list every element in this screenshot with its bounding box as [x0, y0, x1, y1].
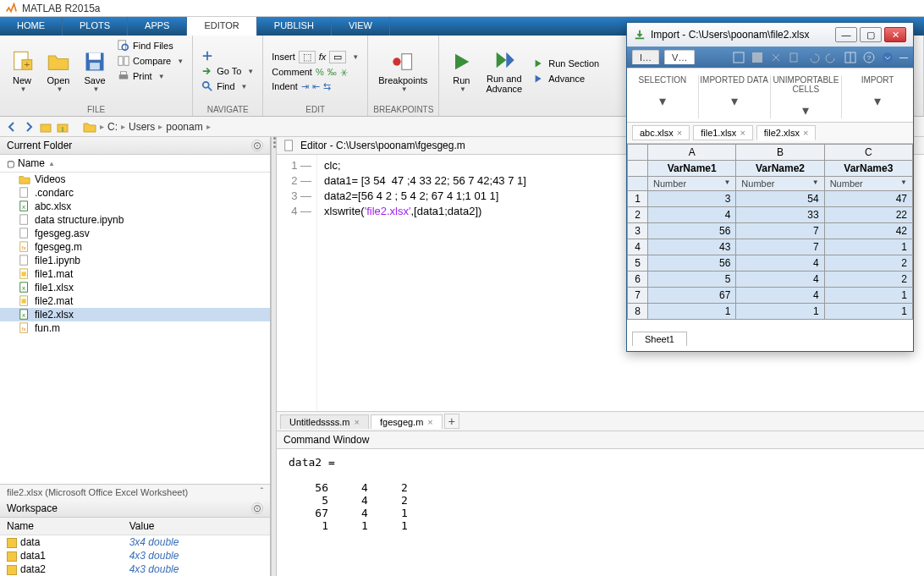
tab-close-icon[interactable]: ×: [355, 417, 360, 427]
folder-item[interactable]: fgesgeg.asv: [0, 227, 270, 240]
editor-code[interactable]: clc; data1= [3 54 47 ;4 33 22; 56 7 42;4…: [317, 155, 533, 411]
folder-item[interactable]: file2.mat: [0, 294, 270, 308]
tool-icon-2[interactable]: [751, 51, 764, 64]
workspace-row[interactable]: data3x4 double: [0, 535, 270, 550]
folder-item[interactable]: fxfgesgeg.m: [0, 240, 270, 254]
collapse-icon[interactable]: ⊙: [251, 502, 263, 514]
crumb-users[interactable]: Users: [129, 121, 155, 133]
find-button[interactable]: Find▼: [198, 80, 257, 93]
folder-item-label: file1.xlsx: [35, 282, 74, 293]
ws-col-value[interactable]: Value: [123, 518, 270, 535]
close-button[interactable]: ✕: [884, 27, 906, 42]
tab-close-icon[interactable]: ×: [740, 128, 745, 138]
tab-view[interactable]: VIEW: [332, 17, 390, 36]
import-col-imported[interactable]: IMPORTED DATA▾: [699, 75, 771, 118]
tab-apps[interactable]: APPS: [128, 17, 187, 36]
indent-button[interactable]: Indent ⇥ ⇤ ⇆: [268, 80, 362, 93]
open-button[interactable]: Open▼: [41, 39, 75, 103]
svg-rect-22: [20, 228, 28, 238]
workspace-panel[interactable]: Name Value data3x4 doubledata14x3 double…: [0, 518, 270, 576]
doc-tab-fgesgeg[interactable]: fgesgeg.m×: [371, 414, 443, 429]
save-button[interactable]: Save▼: [78, 39, 112, 103]
tab-publish[interactable]: PUBLISH: [257, 17, 332, 36]
workspace-row[interactable]: data24x3 double: [0, 562, 270, 576]
help-icon[interactable]: ?: [862, 51, 876, 64]
file-type-icon: [19, 214, 30, 226]
tab-close-icon[interactable]: ×: [677, 128, 682, 138]
column-resize-handle[interactable]: [271, 137, 277, 576]
ws-col-name[interactable]: Name: [0, 518, 123, 535]
cut-icon[interactable]: [769, 51, 783, 64]
folder-item[interactable]: Xabc.xlsx: [0, 200, 270, 213]
folder-item[interactable]: Xfile1.xlsx: [0, 281, 270, 294]
nav-up-icon[interactable]: [39, 120, 52, 134]
folder-list[interactable]: ▢ Name ▲ Videos.condarcXabc.xlsxdata str…: [0, 155, 270, 484]
tab-editor[interactable]: EDITOR: [187, 17, 256, 36]
workspace-row[interactable]: data14x3 double: [0, 549, 270, 562]
goto-button[interactable]: Go To▼: [198, 64, 257, 78]
undo-icon[interactable]: [806, 51, 820, 64]
command-window[interactable]: data2 = 56 4 2 5 4 2 67 4 1 1 1 1: [277, 449, 924, 576]
minimize-button[interactable]: —: [835, 27, 857, 42]
run-button[interactable]: Run▼: [444, 39, 478, 103]
nav-icon-placeholder[interactable]: [198, 49, 257, 63]
crumb-c[interactable]: C:: [107, 121, 118, 133]
print-button[interactable]: Print▼: [114, 69, 187, 83]
svg-point-44: [883, 52, 893, 63]
import-col-unimportable[interactable]: UNIMPORTABLE CELLS▾: [771, 75, 843, 118]
grid-row[interactable]: 243322: [628, 207, 913, 223]
grid-row[interactable]: 356742: [628, 223, 913, 239]
nav-fwd-icon[interactable]: [22, 120, 36, 134]
copy-icon[interactable]: [788, 51, 801, 64]
grid-row[interactable]: 44371: [628, 239, 913, 255]
sheet-tab-file1[interactable]: file1.xlsx×: [693, 125, 753, 140]
tab-plots[interactable]: PLOTS: [63, 17, 128, 36]
folder-item[interactable]: file1.mat: [0, 267, 270, 281]
minimize-ribbon-icon[interactable]: —: [899, 52, 908, 62]
import-data-grid[interactable]: ABC VarName1VarName2VarName3 Number▼Numb…: [627, 144, 913, 320]
collapse-icon[interactable]: ⊙: [251, 140, 263, 151]
tab-add-button[interactable]: +: [444, 414, 459, 429]
import-ribbon-tab[interactable]: V…: [664, 50, 695, 64]
crumb-poonam[interactable]: poonam: [166, 121, 202, 133]
dropdown-icon[interactable]: [881, 51, 894, 64]
tab-home[interactable]: HOME: [0, 17, 63, 36]
nav-browse-icon[interactable]: [56, 120, 69, 134]
nav-back-icon[interactable]: [5, 120, 19, 134]
grid-row[interactable]: 8111: [628, 304, 913, 320]
find-files-button[interactable]: Find Files: [114, 39, 187, 52]
breakpoints-button[interactable]: Breakpoints▼: [373, 39, 432, 103]
grid-row[interactable]: 135447: [628, 191, 913, 207]
sheet-footer-tab[interactable]: Sheet1: [632, 332, 687, 346]
import-tab-left[interactable]: I…: [632, 50, 659, 64]
sheet-tab-file2[interactable]: file2.xlsx×: [756, 125, 817, 140]
folder-item[interactable]: fxfun.m: [0, 321, 270, 335]
run-advance-button[interactable]: Run and Advance: [481, 39, 527, 103]
tab-close-icon[interactable]: ×: [427, 417, 432, 427]
folder-col-header[interactable]: ▢ Name ▲: [0, 155, 270, 173]
doc-tab-untitled[interactable]: Untitledssss.m×: [280, 414, 369, 429]
folder-item[interactable]: .condarc: [0, 186, 270, 200]
redo-icon[interactable]: [825, 51, 839, 64]
maximize-button[interactable]: ▢: [860, 27, 882, 42]
layout-icon[interactable]: [844, 51, 857, 64]
tool-icon-1[interactable]: [732, 51, 745, 64]
new-button[interactable]: + New▼: [5, 39, 39, 103]
tab-close-icon[interactable]: ×: [803, 128, 808, 138]
folder-item[interactable]: Videos: [0, 173, 270, 186]
insert-button[interactable]: Insert ⬚ fx ▭▼: [268, 50, 362, 64]
grid-row[interactable]: 76741: [628, 288, 913, 304]
import-window[interactable]: Import - C:\Users\poonam\file2.xlsx — ▢ …: [626, 22, 914, 352]
import-col-import[interactable]: IMPORT▾: [842, 75, 913, 118]
folder-item[interactable]: Xfile2.xlsx: [0, 308, 270, 321]
grid-row[interactable]: 6542: [628, 272, 913, 288]
comment-button[interactable]: Comment % ‰ ⚹: [268, 66, 362, 79]
compare-button[interactable]: Compare▼: [114, 54, 187, 68]
svg-text:X: X: [22, 204, 25, 210]
import-col-selection[interactable]: SELECTION▾: [627, 75, 699, 118]
sheet-tab-abc[interactable]: abc.xlsx×: [632, 125, 690, 140]
grid-row[interactable]: 55642: [628, 255, 913, 272]
import-titlebar[interactable]: Import - C:\Users\poonam\file2.xlsx — ▢ …: [627, 23, 913, 47]
folder-item[interactable]: file1.ipynb: [0, 254, 270, 267]
folder-item[interactable]: data structure.ipynb: [0, 213, 270, 227]
